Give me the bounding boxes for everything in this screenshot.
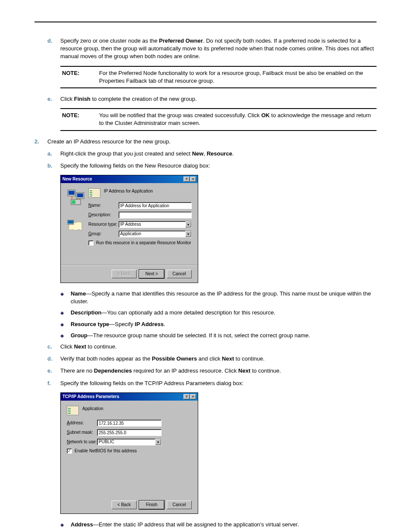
bullet-text: Group—The resource group name should be … xyxy=(71,332,377,339)
resource-type-row: Resource type: IP Address ▼ xyxy=(88,221,192,228)
step-1e: e. Click Finish to complete the creation… xyxy=(47,95,377,103)
dialog-body: IP Address for Application Name: IP Addr… xyxy=(61,183,198,265)
step-2c-text: Click Next to continue. xyxy=(60,343,377,351)
bold: Resource type xyxy=(71,321,109,327)
marker-f: f. xyxy=(47,380,60,387)
step-2c: c. Click Next to continue. xyxy=(47,343,377,351)
step-2b-text: Specify the following fields on the New … xyxy=(60,162,377,170)
wizard-graphic xyxy=(67,188,88,261)
cancel-button[interactable]: Cancel xyxy=(167,270,192,278)
svg-rect-3 xyxy=(77,193,83,197)
bold: Preferred Owner xyxy=(159,37,203,44)
bullet-text: Resource type—Specify IP Address. xyxy=(71,320,377,328)
header-text: IP Address for Application xyxy=(104,188,153,194)
name-input[interactable]: IP Address for Application xyxy=(118,202,192,209)
svg-rect-1 xyxy=(68,191,75,195)
step-2e-text: There are no Dependencies required for a… xyxy=(60,367,377,375)
note-text: For the Preferred Node functionality to … xyxy=(99,69,377,85)
text: —Specify xyxy=(109,321,135,327)
diamond-bullet-icon: ◆ xyxy=(60,332,71,339)
note-box-2: NOTE: You will be notified that the grou… xyxy=(60,108,377,131)
dropdown-arrow-icon: ▼ xyxy=(155,439,161,445)
svg-rect-5 xyxy=(72,200,75,204)
text: to complete the creation of the new grou… xyxy=(90,96,196,102)
marker-e2: e. xyxy=(47,367,60,375)
header-row: Application xyxy=(67,406,192,415)
text: Specify zero or one cluster node as the xyxy=(60,37,159,44)
separate-monitor-row: Run this resource in a separate Resource… xyxy=(88,240,192,246)
back-button[interactable]: < Back xyxy=(112,501,137,509)
checkbox-label: Enable NetBIOS for this address xyxy=(75,448,137,454)
bold: OK xyxy=(261,112,270,118)
step-2-text: Create an IP Address resource for the ne… xyxy=(47,138,377,146)
finish-button[interactable]: Finish xyxy=(139,501,164,509)
diamond-bullet-icon: ◆ xyxy=(60,309,71,317)
window-buttons: ? × xyxy=(184,177,196,182)
diamond-bullet-icon: ◆ xyxy=(60,521,71,529)
bullet-text: Address—Enter the static IP address that… xyxy=(71,521,377,529)
dialog-title: New Resource xyxy=(62,176,92,182)
window-buttons: ? × xyxy=(184,394,196,399)
bold: Possible Owners xyxy=(152,355,197,362)
dialog-title: TCP/IP Address Parameters xyxy=(62,394,119,400)
marker-a: a. xyxy=(47,150,60,158)
step-2e: e. There are no Dependencies required fo… xyxy=(47,367,377,375)
header-text: Application xyxy=(82,406,103,412)
step-1e-text: Click Finish to complete the creation of… xyxy=(60,95,377,103)
bold: Name xyxy=(71,290,86,297)
description-input[interactable] xyxy=(118,212,192,218)
help-button[interactable]: ? xyxy=(184,394,190,399)
bold: Address xyxy=(71,521,93,528)
step-2a: a. Right-click the group that you just c… xyxy=(47,150,377,158)
book-icon xyxy=(67,218,88,236)
subnet-input[interactable]: 255.255.255.0 xyxy=(97,429,162,436)
close-button[interactable]: × xyxy=(190,394,196,399)
note-box-1: NOTE: For the Preferred Node functionali… xyxy=(60,66,377,88)
next-button[interactable]: Next > xyxy=(139,270,164,278)
network-label: Network to use: xyxy=(67,439,97,445)
separate-monitor-checkbox[interactable] xyxy=(88,240,93,246)
text: Verify that both nodes appear as the xyxy=(60,355,152,362)
bold: Group xyxy=(71,332,87,339)
bold: Next xyxy=(238,367,250,374)
step-2f-text: Specify the following fields on the TCP/… xyxy=(60,380,377,387)
bold: Resource xyxy=(207,150,232,157)
marker-e: e. xyxy=(47,95,60,103)
text: and click xyxy=(197,355,222,362)
titlebar: New Resource ? × xyxy=(61,175,198,183)
text: —Specify a name that identifies this res… xyxy=(71,290,371,305)
address-input[interactable]: 172.16.12.35 xyxy=(97,420,162,426)
note-label: NOTE: xyxy=(60,112,99,127)
text: , xyxy=(203,150,206,157)
text: —The resource group name should be selec… xyxy=(87,332,310,339)
checkbox-label: Run this resource in a separate Resource… xyxy=(96,240,191,246)
resource-type-select[interactable]: IP Address ▼ xyxy=(118,221,192,228)
address-row: Address: 172.16.12.35 xyxy=(67,420,192,426)
help-button[interactable]: ? xyxy=(184,177,190,182)
group-label: Group: xyxy=(88,231,118,237)
text: . xyxy=(232,150,234,157)
text: —You can optionally add a more detailed … xyxy=(102,309,275,316)
bullets-tcpip: ◆ Address—Enter the static IP address th… xyxy=(60,521,377,532)
text: You will be notified that the group was … xyxy=(99,112,261,118)
select-value: IP Address xyxy=(120,221,141,227)
bold: Next xyxy=(74,343,86,350)
bold: New xyxy=(192,150,204,157)
text: required for an IP address resource. Cli… xyxy=(132,367,238,374)
group-row: Group: Application ▼ xyxy=(88,230,192,237)
bold: Dependencies xyxy=(94,367,132,374)
note-label: NOTE: xyxy=(60,69,99,85)
bullet-group: ◆ Group—The resource group name should b… xyxy=(60,332,377,339)
step-2f: f. Specify the following fields on the T… xyxy=(47,380,377,387)
step-1d: d. Specify zero or one cluster node as t… xyxy=(47,37,377,61)
text: to continue. xyxy=(234,355,265,362)
marker-b: b. xyxy=(47,162,60,170)
cancel-button[interactable]: Cancel xyxy=(167,501,192,509)
marker-c: c. xyxy=(47,343,60,351)
description-row: Description: xyxy=(88,212,192,218)
netbios-checkbox[interactable]: ✓ xyxy=(67,448,72,454)
network-select[interactable]: PUBLIC ▼ xyxy=(97,439,162,445)
computers-icon xyxy=(67,188,88,214)
close-button[interactable]: × xyxy=(190,177,196,182)
group-select[interactable]: Application ▼ xyxy=(118,230,192,237)
